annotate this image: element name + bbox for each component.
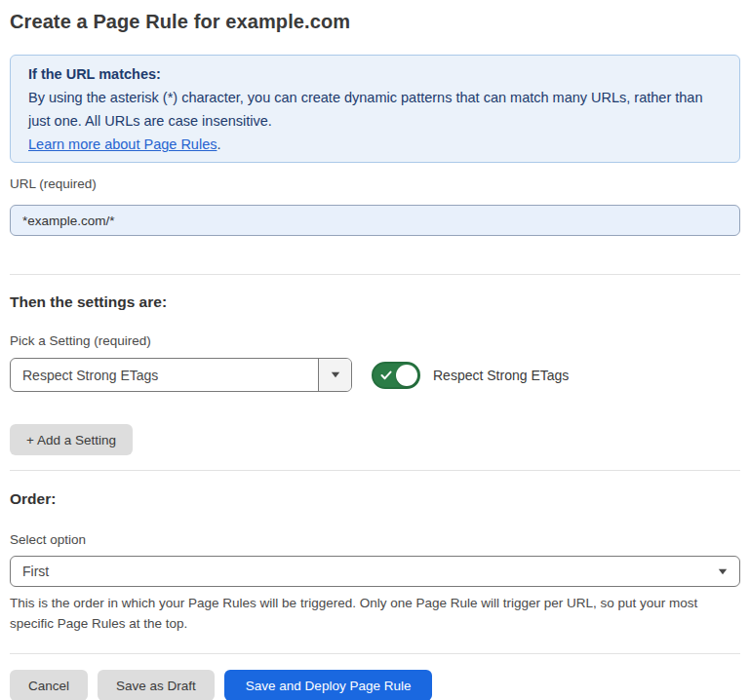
setting-toggle-label: Respect Strong ETags xyxy=(433,368,569,383)
info-box-heading: If the URL matches: xyxy=(28,62,722,86)
divider xyxy=(10,470,740,471)
info-box-body: By using the asterisk (*) character, you… xyxy=(28,86,722,133)
setting-select-value: Respect Strong ETags xyxy=(11,368,318,383)
info-box-link-line: Learn more about Page Rules. xyxy=(28,133,722,156)
toggle-knob xyxy=(396,365,417,386)
order-section-heading: Order: xyxy=(10,490,740,508)
save-and-deploy-button[interactable]: Save and Deploy Page Rule xyxy=(224,670,433,700)
chevron-down-glyph xyxy=(331,371,340,378)
chevron-down-icon[interactable] xyxy=(318,359,351,391)
settings-section-heading: Then the settings are: xyxy=(10,293,740,311)
divider xyxy=(10,653,740,654)
setting-picker-label: Pick a Setting (required) xyxy=(10,333,740,349)
save-as-draft-button[interactable]: Save as Draft xyxy=(98,670,215,700)
divider xyxy=(10,274,740,275)
url-field-label: URL (required) xyxy=(10,176,740,192)
url-match-info-box: If the URL matches: By using the asteris… xyxy=(10,55,740,163)
page-title: Create a Page Rule for example.com xyxy=(10,9,740,34)
order-select-label: Select option xyxy=(10,532,740,548)
create-page-rule-panel: Create a Page Rule for example.com If th… xyxy=(0,0,750,700)
chevron-down-icon xyxy=(718,568,728,575)
learn-more-link[interactable]: Learn more about Page Rules xyxy=(28,136,217,152)
order-select[interactable]: First xyxy=(10,556,740,587)
setting-select[interactable]: Respect Strong ETags xyxy=(10,358,352,392)
setting-row: Respect Strong ETags Respect Strong ETag… xyxy=(10,358,740,392)
add-setting-button[interactable]: + Add a Setting xyxy=(10,424,133,455)
footer-button-row: Cancel Save as Draft Save and Deploy Pag… xyxy=(10,670,740,700)
cancel-button[interactable]: Cancel xyxy=(10,670,88,700)
order-help-text: This is the order in which your Page Rul… xyxy=(10,593,731,634)
url-input[interactable] xyxy=(10,205,740,236)
link-suffix: . xyxy=(217,136,220,152)
setting-toggle[interactable] xyxy=(372,362,420,389)
check-icon xyxy=(380,370,392,380)
order-select-value: First xyxy=(22,564,49,579)
